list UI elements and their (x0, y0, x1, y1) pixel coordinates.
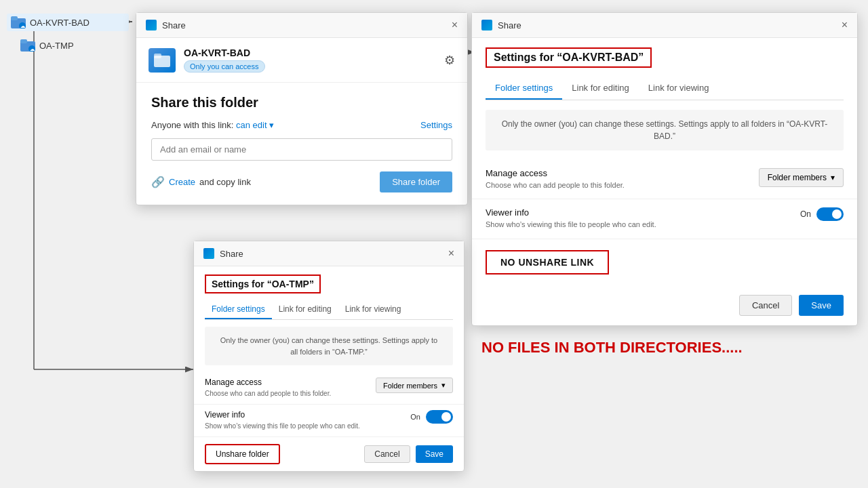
manage-access-label-bottom: Manage access (205, 378, 331, 387)
tab-link-viewing-bottom[interactable]: Link for viewing (338, 300, 408, 319)
manage-access-label-right: Manage access (486, 168, 625, 178)
tab-link-editing-bottom[interactable]: Link for editing (272, 300, 338, 319)
save-button-bottom[interactable]: Save (416, 445, 453, 463)
viewer-info-row-bottom: Viewer info Show who’s viewing this file… (194, 405, 464, 437)
cancel-button-bottom[interactable]: Cancel (364, 445, 410, 463)
settings-right-title-bar: Share (481, 20, 521, 30)
settings-bottom-heading-box: Settings for “OA-TMP” (205, 274, 321, 293)
viewer-info-label-right: Viewer info (486, 207, 656, 218)
email-input[interactable] (151, 138, 452, 161)
access-badge: Only you can access (184, 60, 265, 73)
share-heading: Share this folder (151, 95, 452, 110)
viewer-info-desc-bottom: Show who’s viewing this file to people w… (205, 422, 360, 431)
link-row: Anyone with this link: can edit ▾ Settin… (151, 120, 452, 130)
share-main-title: Share (162, 20, 186, 30)
viewer-info-info-right: Viewer info Show who’s viewing this file… (486, 207, 656, 230)
footer-actions-bottom: Cancel Save (364, 445, 453, 463)
toggle-on-label-right: On (800, 209, 811, 219)
viewer-info-toggle-bottom[interactable] (426, 410, 453, 424)
manage-access-desc-right: Choose who can add people to this folder… (486, 180, 625, 190)
unshare-button[interactable]: Unshare folder (205, 444, 280, 464)
file-name-oa-tmp: OA-TMP (39, 41, 74, 51)
share-main-close[interactable]: × (452, 20, 458, 30)
settings-bottom-heading: Settings for “OA-TMP” (212, 279, 314, 289)
manage-access-desc-bottom: Choose who can add people to this folder… (205, 389, 331, 399)
manage-access-row-right: Manage access Choose who can add people … (472, 160, 857, 199)
share-main-title-bar: Share (146, 20, 186, 30)
settings-bottom-info: Only the owner (you) can change these se… (205, 327, 453, 365)
settings-link[interactable]: Settings (420, 120, 452, 130)
file-item-oa-kvrt-bad[interactable]: ☁ OA-KVRT-BAD (7, 14, 129, 31)
share-folder-avatar (149, 48, 176, 73)
file-name-oa-kvrt-bad: OA-KVRT-BAD (30, 18, 90, 28)
share-folder-info: OA-KVRT-BAD Only you can access (184, 47, 265, 73)
folder-icon-oa-kvrt-bad: ☁ (11, 16, 26, 28)
settings-bottom-tabs: Folder settings Link for editing Link fo… (205, 300, 453, 320)
share-folder-header: OA-KVRT-BAD Only you can access ⚙ (136, 38, 467, 83)
viewer-info-desc-right: Show who’s viewing this file to people w… (486, 220, 656, 230)
onedrive-icon-right (481, 20, 492, 30)
settings-bottom-header: Share × (194, 241, 464, 266)
svg-rect-14 (154, 54, 161, 58)
share-body: Share this folder Anyone with this link:… (136, 83, 467, 205)
viewer-info-label-bottom: Viewer info (205, 410, 360, 420)
gear-icon[interactable]: ⚙ (444, 53, 455, 68)
settings-right-info: Only the owner (you) can change these se… (486, 110, 844, 150)
settings-right-tabs: Folder settings Link for editing Link fo… (486, 77, 844, 100)
manage-access-dropdown-bottom[interactable]: Folder members ▾ (376, 378, 453, 393)
toggle-container-right: On (800, 207, 844, 221)
tab-link-viewing-right[interactable]: Link for viewing (639, 77, 719, 100)
file-tree: ☁ OA-KVRT-BAD ☁ OA-TMP (7, 14, 129, 54)
settings-bottom-close[interactable]: × (448, 248, 454, 259)
file-item-oa-tmp[interactable]: ☁ OA-TMP (16, 37, 129, 54)
viewer-info-toggle-right[interactable] (816, 207, 844, 221)
manage-access-dropdown-right[interactable]: Folder members ▾ (759, 168, 844, 187)
settings-right-heading: Settings for “OA-KVRT-BAD” (494, 52, 644, 63)
onedrive-icon-bottom (203, 248, 214, 259)
onedrive-icon (146, 20, 157, 30)
can-edit-link[interactable]: can edit ▾ (236, 120, 274, 130)
settings-dialog-bottom: Share × Settings for “OA-TMP” Folder set… (193, 241, 465, 472)
manage-access-info-right: Manage access Choose who can add people … (486, 168, 625, 190)
share-folder-button[interactable]: Share folder (380, 171, 452, 192)
settings-right-header: Share × (472, 13, 857, 38)
folder-icon-oa-tmp: ☁ (20, 39, 35, 52)
tab-folder-settings-bottom[interactable]: Folder settings (205, 300, 272, 319)
share-folder-name: OA-KVRT-BAD (184, 47, 265, 58)
create-copy-link[interactable]: 🔗 Create and copy link (151, 176, 251, 188)
settings-right-title: Share (498, 20, 521, 30)
settings-bottom-footer: Unshare folder Cancel Save (194, 437, 464, 471)
no-unshare-box: NO UNSHARE LINK (486, 250, 609, 274)
share-footer: 🔗 Create and copy link Share folder (151, 171, 452, 192)
share-main-dialog: Share × OA-KVRT-BAD Only you can access … (136, 12, 468, 205)
svg-rect-6 (11, 16, 18, 20)
toggle-on-label-bottom: On (410, 413, 420, 421)
share-main-header: Share × (136, 13, 467, 38)
svg-text:☁: ☁ (30, 47, 35, 52)
manage-access-row-bottom: Manage access Choose who can add people … (194, 372, 464, 405)
settings-bottom-title-bar: Share (203, 248, 243, 259)
tab-folder-settings-right[interactable]: Folder settings (486, 77, 562, 100)
settings-right-heading-box: Settings for “OA-KVRT-BAD” (486, 47, 652, 68)
settings-right-close[interactable]: × (842, 20, 848, 30)
link-label: Anyone with this link: can edit ▾ (151, 120, 274, 130)
settings-right-footer: Cancel Save (472, 285, 857, 325)
manage-access-info-bottom: Manage access Choose who can add people … (205, 378, 331, 399)
toggle-container-bottom: On (410, 410, 453, 424)
settings-dialog-right: Share × Settings for “OA-KVRT-BAD” Folde… (471, 12, 858, 326)
viewer-info-info-bottom: Viewer info Show who’s viewing this file… (205, 410, 360, 431)
viewer-info-row-right: Viewer info Show who’s viewing this file… (472, 199, 857, 239)
save-button-right[interactable]: Save (799, 295, 844, 316)
no-unshare-area: NO UNSHARE LINK (472, 239, 857, 285)
cancel-button-right[interactable]: Cancel (739, 295, 792, 316)
svg-text:☁: ☁ (20, 24, 25, 28)
tab-link-editing-right[interactable]: Link for editing (562, 77, 639, 100)
svg-rect-10 (20, 39, 27, 43)
settings-bottom-title: Share (220, 249, 243, 259)
no-files-message: NO FILES IN BOTH DIRECTORIES..... (481, 339, 743, 357)
